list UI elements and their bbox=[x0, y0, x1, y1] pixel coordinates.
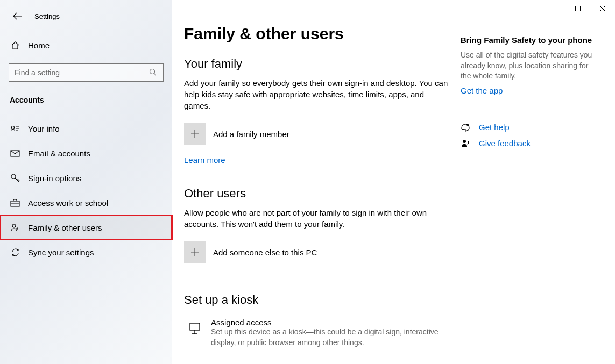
home-label: Home bbox=[28, 41, 50, 50]
svg-point-7 bbox=[12, 224, 16, 227]
add-other-user-button[interactable]: Add someone else to this PC bbox=[184, 241, 452, 263]
family-desc: Add your family so everybody gets their … bbox=[184, 77, 452, 111]
sync-icon bbox=[10, 247, 20, 258]
plus-icon bbox=[184, 241, 206, 263]
nav-family-users[interactable]: Family & other users bbox=[0, 215, 172, 240]
svg-rect-8 bbox=[190, 323, 200, 330]
nav-label: Sign-in options bbox=[28, 174, 81, 183]
nav-label: Access work or school bbox=[28, 198, 108, 208]
search-input[interactable] bbox=[15, 68, 149, 77]
kiosk-title: Assigned access bbox=[211, 318, 452, 327]
learn-more-link[interactable]: Learn more bbox=[184, 155, 225, 165]
promo-desc: Use all of the digital safety features y… bbox=[461, 50, 600, 82]
close-button[interactable] bbox=[590, 0, 615, 17]
svg-point-2 bbox=[150, 69, 155, 74]
email-icon bbox=[10, 148, 20, 159]
nav-label: Family & other users bbox=[28, 223, 102, 232]
nav-sync-settings[interactable]: Sync your settings bbox=[0, 240, 172, 265]
svg-rect-0 bbox=[550, 9, 556, 9]
help-icon bbox=[461, 123, 470, 132]
home-icon bbox=[10, 40, 20, 51]
get-app-link[interactable]: Get the app bbox=[461, 86, 503, 95]
maximize-button[interactable] bbox=[565, 0, 590, 17]
other-users-desc: Allow people who are not part of your fa… bbox=[184, 207, 452, 230]
promo-title: Bring Family Safety to your phone bbox=[461, 35, 600, 45]
get-help-link[interactable]: Get help bbox=[461, 123, 600, 132]
search-icon bbox=[149, 68, 158, 77]
svg-point-5 bbox=[11, 174, 16, 179]
main: Family & other users Your family Add you… bbox=[172, 0, 615, 364]
svg-point-9 bbox=[466, 124, 469, 126]
key-icon bbox=[10, 173, 20, 183]
nav-label: Your info bbox=[28, 124, 60, 133]
add-family-label: Add a family member bbox=[213, 130, 289, 139]
home-nav[interactable]: Home bbox=[0, 34, 172, 56]
kiosk-heading: Set up a kiosk bbox=[184, 293, 452, 307]
category-label: Accounts bbox=[0, 88, 172, 110]
title-row: Settings bbox=[0, 4, 172, 34]
page-title: Family & other users bbox=[184, 25, 452, 43]
plus-icon bbox=[184, 123, 206, 145]
feedback-icon bbox=[461, 139, 470, 148]
nav-access-work[interactable]: Access work or school bbox=[0, 190, 172, 215]
briefcase-icon bbox=[10, 197, 20, 208]
nav-your-info[interactable]: Your info bbox=[0, 116, 172, 141]
people-icon bbox=[10, 222, 20, 233]
window-title: Settings bbox=[34, 12, 60, 20]
sidebar: Settings Home Accounts Your info Email &… bbox=[0, 0, 172, 364]
feedback-label: Give feedback bbox=[479, 139, 531, 148]
nav-list: Your info Email & accounts Sign-in optio… bbox=[0, 116, 172, 265]
nav-label: Email & accounts bbox=[28, 149, 90, 158]
svg-point-3 bbox=[12, 126, 15, 129]
other-users-heading: Other users bbox=[184, 187, 452, 201]
nav-label: Sync your settings bbox=[28, 248, 94, 257]
svg-rect-6 bbox=[11, 201, 19, 206]
assigned-access-button[interactable]: Assigned access Set up this device as a … bbox=[184, 318, 452, 348]
kiosk-desc: Set up this device as a kiosk—this could… bbox=[211, 327, 452, 348]
svg-rect-1 bbox=[576, 6, 581, 11]
svg-point-10 bbox=[463, 140, 466, 143]
minimize-button[interactable] bbox=[541, 0, 565, 17]
person-card-icon bbox=[10, 123, 20, 134]
kiosk-icon bbox=[184, 318, 206, 339]
nav-signin-options[interactable]: Sign-in options bbox=[0, 166, 172, 190]
add-other-label: Add someone else to this PC bbox=[213, 248, 317, 257]
window-controls bbox=[541, 0, 615, 17]
search-box[interactable] bbox=[9, 63, 164, 82]
family-heading: Your family bbox=[184, 57, 452, 71]
help-label: Get help bbox=[479, 123, 510, 132]
nav-email-accounts[interactable]: Email & accounts bbox=[0, 141, 172, 166]
add-family-member-button[interactable]: Add a family member bbox=[184, 123, 452, 145]
content: Family & other users Your family Add you… bbox=[172, 25, 452, 364]
back-button[interactable] bbox=[10, 9, 25, 24]
right-panel: Bring Family Safety to your phone Use al… bbox=[452, 25, 615, 364]
give-feedback-link[interactable]: Give feedback bbox=[461, 139, 600, 148]
